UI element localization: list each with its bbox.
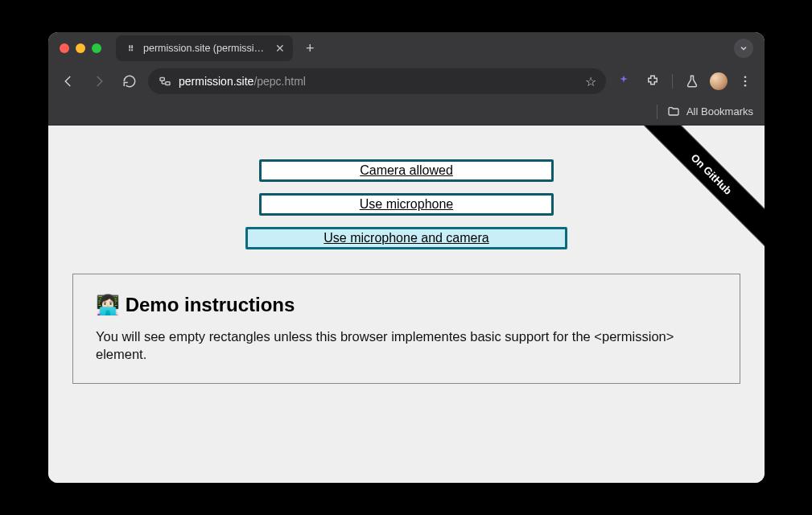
demo-instructions-body: You will see empty rectangles unless thi… bbox=[96, 328, 717, 364]
sparkle-icon[interactable] bbox=[612, 70, 635, 93]
window-controls bbox=[60, 43, 101, 53]
divider bbox=[657, 105, 657, 119]
flask-icon[interactable] bbox=[681, 70, 703, 93]
maximize-window-button[interactable] bbox=[92, 43, 101, 53]
forward-button[interactable] bbox=[87, 69, 111, 93]
folder-icon bbox=[667, 105, 680, 118]
github-ribbon: On GitHub bbox=[620, 126, 765, 270]
svg-rect-1 bbox=[166, 82, 170, 85]
back-button[interactable] bbox=[56, 69, 80, 93]
bookmark-star-icon[interactable]: ☆ bbox=[585, 74, 596, 89]
minimize-window-button[interactable] bbox=[76, 43, 85, 53]
kebab-menu-icon[interactable] bbox=[734, 70, 756, 93]
divider bbox=[672, 74, 673, 89]
titlebar: ⠿ permission.site (permission e ✕ + bbox=[48, 32, 765, 64]
all-bookmarks-label: All Bookmarks bbox=[686, 105, 753, 117]
svg-point-6 bbox=[744, 84, 747, 87]
demo-instructions-title: 👩🏻‍💻 Demo instructions bbox=[96, 294, 717, 316]
profile-avatar[interactable] bbox=[710, 72, 728, 90]
svg-rect-0 bbox=[160, 78, 164, 81]
tab-title: permission.site (permission e bbox=[143, 43, 269, 54]
bookmarks-bar: All Bookmarks bbox=[48, 98, 765, 126]
browser-window: ⠿ permission.site (permission e ✕ + perm… bbox=[48, 32, 765, 483]
url-domain: permission.site bbox=[179, 75, 253, 88]
url-path: /pepc.html bbox=[253, 75, 306, 88]
close-tab-icon[interactable]: ✕ bbox=[275, 43, 285, 54]
site-info-icon[interactable] bbox=[158, 74, 172, 89]
url-text: permission.site/pepc.html bbox=[179, 75, 306, 88]
chevron-down-icon[interactable] bbox=[734, 39, 753, 58]
close-window-button[interactable] bbox=[60, 43, 69, 53]
toolbar: permission.site/pepc.html ☆ bbox=[48, 64, 765, 98]
camera-allowed-button[interactable]: Camera allowed bbox=[259, 159, 554, 182]
browser-tab[interactable]: ⠿ permission.site (permission e ✕ bbox=[116, 35, 293, 61]
address-bar[interactable]: permission.site/pepc.html ☆ bbox=[148, 68, 606, 94]
extensions-icon[interactable] bbox=[641, 70, 664, 93]
demo-instructions-box: 👩🏻‍💻 Demo instructions You will see empt… bbox=[72, 274, 740, 384]
svg-point-4 bbox=[744, 76, 747, 78]
use-microphone-button[interactable]: Use microphone bbox=[259, 193, 554, 216]
reload-button[interactable] bbox=[117, 69, 142, 93]
tab-favicon: ⠿ bbox=[124, 42, 137, 55]
github-ribbon-link[interactable]: On GitHub bbox=[628, 126, 765, 258]
svg-point-5 bbox=[744, 80, 747, 83]
use-mic-and-camera-button[interactable]: Use microphone and camera bbox=[245, 227, 567, 249]
new-tab-button[interactable]: + bbox=[299, 40, 321, 57]
all-bookmarks-button[interactable]: All Bookmarks bbox=[667, 105, 753, 118]
page-content: Camera allowed Use microphone Use microp… bbox=[48, 126, 765, 483]
